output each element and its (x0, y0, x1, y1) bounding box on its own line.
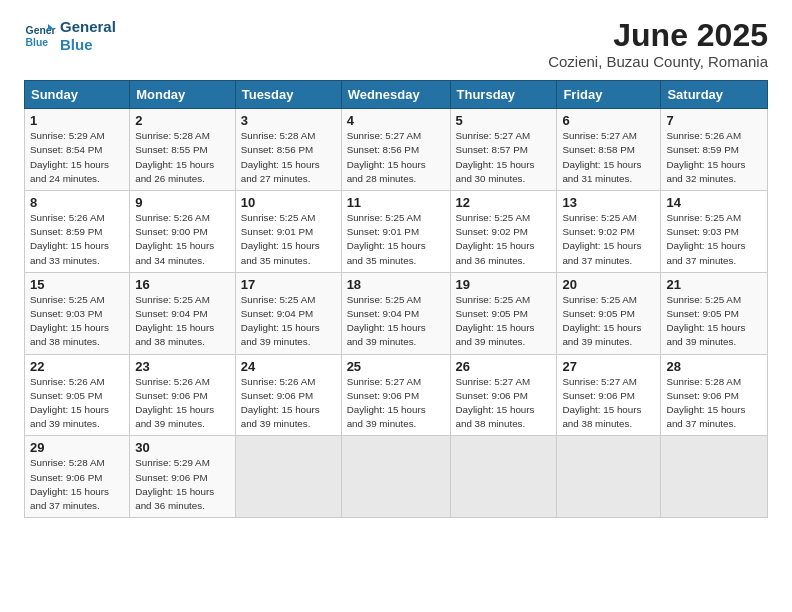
day-number: 24 (241, 359, 336, 374)
day-cell: 26Sunrise: 5:27 AM Sunset: 9:06 PM Dayli… (450, 354, 557, 436)
day-number: 15 (30, 277, 124, 292)
day-cell (450, 436, 557, 518)
col-header-thursday: Thursday (450, 81, 557, 109)
day-cell: 9Sunrise: 5:26 AM Sunset: 9:00 PM Daylig… (130, 191, 236, 273)
day-cell: 5Sunrise: 5:27 AM Sunset: 8:57 PM Daylig… (450, 109, 557, 191)
day-number: 8 (30, 195, 124, 210)
calendar-header-row: SundayMondayTuesdayWednesdayThursdayFrid… (25, 81, 768, 109)
day-number: 6 (562, 113, 655, 128)
calendar: SundayMondayTuesdayWednesdayThursdayFrid… (24, 80, 768, 518)
col-header-sunday: Sunday (25, 81, 130, 109)
day-cell: 12Sunrise: 5:25 AM Sunset: 9:02 PM Dayli… (450, 191, 557, 273)
day-detail: Sunrise: 5:27 AM Sunset: 8:57 PM Dayligh… (456, 129, 552, 186)
day-number: 19 (456, 277, 552, 292)
day-detail: Sunrise: 5:26 AM Sunset: 9:05 PM Dayligh… (30, 375, 124, 432)
day-number: 21 (666, 277, 762, 292)
day-cell: 18Sunrise: 5:25 AM Sunset: 9:04 PM Dayli… (341, 272, 450, 354)
day-number: 1 (30, 113, 124, 128)
day-detail: Sunrise: 5:28 AM Sunset: 9:06 PM Dayligh… (666, 375, 762, 432)
title-block: June 2025 Cozieni, Buzau County, Romania (548, 18, 768, 70)
logo: General Blue General Blue (24, 18, 116, 54)
day-detail: Sunrise: 5:25 AM Sunset: 9:03 PM Dayligh… (30, 293, 124, 350)
day-cell (341, 436, 450, 518)
week-row-4: 22Sunrise: 5:26 AM Sunset: 9:05 PM Dayli… (25, 354, 768, 436)
header: General Blue General Blue June 2025 Cozi… (24, 18, 768, 70)
day-detail: Sunrise: 5:25 AM Sunset: 9:04 PM Dayligh… (241, 293, 336, 350)
day-cell: 20Sunrise: 5:25 AM Sunset: 9:05 PM Dayli… (557, 272, 661, 354)
day-cell: 29Sunrise: 5:28 AM Sunset: 9:06 PM Dayli… (25, 436, 130, 518)
day-cell: 17Sunrise: 5:25 AM Sunset: 9:04 PM Dayli… (235, 272, 341, 354)
day-detail: Sunrise: 5:28 AM Sunset: 8:56 PM Dayligh… (241, 129, 336, 186)
day-cell (661, 436, 768, 518)
day-cell (235, 436, 341, 518)
day-detail: Sunrise: 5:25 AM Sunset: 9:05 PM Dayligh… (562, 293, 655, 350)
day-detail: Sunrise: 5:26 AM Sunset: 9:06 PM Dayligh… (241, 375, 336, 432)
col-header-saturday: Saturday (661, 81, 768, 109)
day-cell: 14Sunrise: 5:25 AM Sunset: 9:03 PM Dayli… (661, 191, 768, 273)
day-cell: 30Sunrise: 5:29 AM Sunset: 9:06 PM Dayli… (130, 436, 236, 518)
day-detail: Sunrise: 5:27 AM Sunset: 9:06 PM Dayligh… (456, 375, 552, 432)
col-header-friday: Friday (557, 81, 661, 109)
day-detail: Sunrise: 5:29 AM Sunset: 8:54 PM Dayligh… (30, 129, 124, 186)
day-detail: Sunrise: 5:25 AM Sunset: 9:05 PM Dayligh… (666, 293, 762, 350)
logo-line1: General (60, 18, 116, 36)
day-cell: 8Sunrise: 5:26 AM Sunset: 8:59 PM Daylig… (25, 191, 130, 273)
subtitle: Cozieni, Buzau County, Romania (548, 53, 768, 70)
day-cell: 3Sunrise: 5:28 AM Sunset: 8:56 PM Daylig… (235, 109, 341, 191)
day-detail: Sunrise: 5:25 AM Sunset: 9:05 PM Dayligh… (456, 293, 552, 350)
day-number: 28 (666, 359, 762, 374)
day-number: 12 (456, 195, 552, 210)
day-number: 20 (562, 277, 655, 292)
day-cell: 22Sunrise: 5:26 AM Sunset: 9:05 PM Dayli… (25, 354, 130, 436)
day-detail: Sunrise: 5:27 AM Sunset: 8:58 PM Dayligh… (562, 129, 655, 186)
day-detail: Sunrise: 5:28 AM Sunset: 8:55 PM Dayligh… (135, 129, 230, 186)
day-cell: 15Sunrise: 5:25 AM Sunset: 9:03 PM Dayli… (25, 272, 130, 354)
logo-icon: General Blue (24, 20, 56, 52)
svg-text:Blue: Blue (26, 37, 49, 48)
day-number: 10 (241, 195, 336, 210)
day-cell: 21Sunrise: 5:25 AM Sunset: 9:05 PM Dayli… (661, 272, 768, 354)
week-row-3: 15Sunrise: 5:25 AM Sunset: 9:03 PM Dayli… (25, 272, 768, 354)
logo-line2: Blue (60, 36, 116, 54)
day-number: 25 (347, 359, 445, 374)
day-cell: 16Sunrise: 5:25 AM Sunset: 9:04 PM Dayli… (130, 272, 236, 354)
col-header-wednesday: Wednesday (341, 81, 450, 109)
day-detail: Sunrise: 5:27 AM Sunset: 8:56 PM Dayligh… (347, 129, 445, 186)
day-number: 7 (666, 113, 762, 128)
day-detail: Sunrise: 5:27 AM Sunset: 9:06 PM Dayligh… (347, 375, 445, 432)
week-row-2: 8Sunrise: 5:26 AM Sunset: 8:59 PM Daylig… (25, 191, 768, 273)
day-cell: 28Sunrise: 5:28 AM Sunset: 9:06 PM Dayli… (661, 354, 768, 436)
day-number: 18 (347, 277, 445, 292)
day-cell: 19Sunrise: 5:25 AM Sunset: 9:05 PM Dayli… (450, 272, 557, 354)
day-cell: 24Sunrise: 5:26 AM Sunset: 9:06 PM Dayli… (235, 354, 341, 436)
day-number: 4 (347, 113, 445, 128)
calendar-body: 1Sunrise: 5:29 AM Sunset: 8:54 PM Daylig… (25, 109, 768, 518)
day-detail: Sunrise: 5:25 AM Sunset: 9:01 PM Dayligh… (241, 211, 336, 268)
day-cell (557, 436, 661, 518)
day-detail: Sunrise: 5:28 AM Sunset: 9:06 PM Dayligh… (30, 456, 124, 513)
day-number: 27 (562, 359, 655, 374)
day-detail: Sunrise: 5:25 AM Sunset: 9:01 PM Dayligh… (347, 211, 445, 268)
day-number: 16 (135, 277, 230, 292)
day-number: 23 (135, 359, 230, 374)
day-cell: 13Sunrise: 5:25 AM Sunset: 9:02 PM Dayli… (557, 191, 661, 273)
day-detail: Sunrise: 5:29 AM Sunset: 9:06 PM Dayligh… (135, 456, 230, 513)
col-header-monday: Monday (130, 81, 236, 109)
day-detail: Sunrise: 5:27 AM Sunset: 9:06 PM Dayligh… (562, 375, 655, 432)
day-cell: 4Sunrise: 5:27 AM Sunset: 8:56 PM Daylig… (341, 109, 450, 191)
day-number: 5 (456, 113, 552, 128)
main-title: June 2025 (548, 18, 768, 53)
day-detail: Sunrise: 5:25 AM Sunset: 9:03 PM Dayligh… (666, 211, 762, 268)
day-number: 30 (135, 440, 230, 455)
day-cell: 27Sunrise: 5:27 AM Sunset: 9:06 PM Dayli… (557, 354, 661, 436)
day-cell: 10Sunrise: 5:25 AM Sunset: 9:01 PM Dayli… (235, 191, 341, 273)
day-detail: Sunrise: 5:26 AM Sunset: 9:00 PM Dayligh… (135, 211, 230, 268)
day-cell: 11Sunrise: 5:25 AM Sunset: 9:01 PM Dayli… (341, 191, 450, 273)
day-detail: Sunrise: 5:26 AM Sunset: 8:59 PM Dayligh… (30, 211, 124, 268)
day-number: 29 (30, 440, 124, 455)
day-cell: 7Sunrise: 5:26 AM Sunset: 8:59 PM Daylig… (661, 109, 768, 191)
day-number: 26 (456, 359, 552, 374)
day-number: 14 (666, 195, 762, 210)
day-cell: 23Sunrise: 5:26 AM Sunset: 9:06 PM Dayli… (130, 354, 236, 436)
day-number: 17 (241, 277, 336, 292)
